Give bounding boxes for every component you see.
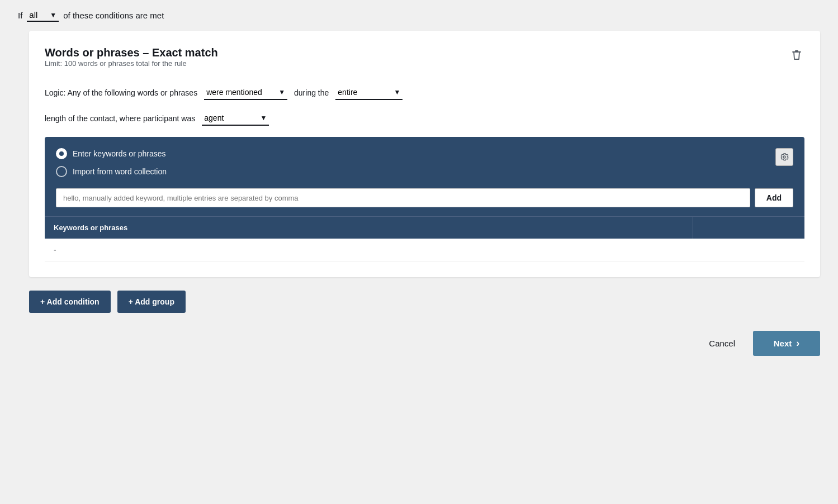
- keywords-section: Enter keywords or phrases Import from wo…: [45, 137, 804, 261]
- entire-dropdown[interactable]: entire first last: [338, 88, 390, 97]
- card-title-section: Words or phrases – Exact match Limit: 10…: [45, 46, 218, 81]
- card-title: Words or phrases – Exact match: [45, 46, 218, 59]
- mentioned-dropdown-wrapper[interactable]: were mentioned were not mentioned ▼: [204, 85, 287, 100]
- radio-group: Enter keywords or phrases Import from wo…: [56, 148, 793, 177]
- radio-circle-import: [56, 166, 67, 177]
- table-cell-value: -: [54, 245, 684, 254]
- logic-prefix-label: Logic: Any of the following words or phr…: [45, 88, 197, 97]
- entire-dropdown-arrow: ▼: [394, 88, 400, 96]
- next-icon: ›: [796, 337, 799, 349]
- top-bar: If all any ▼ of these conditions are met: [0, 0, 838, 31]
- table-header: Keywords or phrases: [45, 216, 804, 239]
- conditions-label: of these conditions are met: [63, 11, 164, 20]
- add-condition-button[interactable]: + Add condition: [29, 291, 111, 313]
- next-button[interactable]: Next ›: [753, 331, 820, 356]
- condition-card: Words or phrases – Exact match Limit: 10…: [29, 31, 820, 277]
- mentioned-dropdown-arrow: ▼: [278, 88, 285, 96]
- cancel-button[interactable]: Cancel: [700, 333, 744, 354]
- main-content: Words or phrases – Exact match Limit: 10…: [0, 31, 838, 313]
- add-button[interactable]: Add: [755, 188, 793, 207]
- all-dropdown-wrapper[interactable]: all any ▼: [27, 9, 59, 22]
- participant-label: length of the contact, where participant…: [45, 114, 195, 123]
- table-row: -: [45, 239, 804, 261]
- all-dropdown[interactable]: all any: [29, 10, 45, 20]
- table-body: -: [45, 239, 804, 261]
- table-header-keywords: Keywords or phrases: [45, 217, 693, 239]
- keywords-input[interactable]: [56, 188, 750, 207]
- during-label: during the: [294, 88, 329, 97]
- gear-button[interactable]: [775, 148, 793, 166]
- radio-item-keywords[interactable]: Enter keywords or phrases: [56, 148, 793, 159]
- table-header-actions: [693, 217, 804, 239]
- add-group-button[interactable]: + Add group: [117, 291, 186, 313]
- next-label: Next: [774, 339, 792, 348]
- agent-dropdown-wrapper[interactable]: agent customer both ▼: [202, 111, 269, 126]
- all-dropdown-arrow: ▼: [50, 11, 56, 19]
- agent-dropdown[interactable]: agent customer both: [204, 113, 257, 122]
- agent-dropdown-arrow: ▼: [260, 114, 267, 122]
- entire-dropdown-wrapper[interactable]: entire first last ▼: [335, 85, 403, 100]
- logic-row: Logic: Any of the following words or phr…: [45, 85, 804, 100]
- radio-item-import[interactable]: Import from word collection: [56, 166, 793, 177]
- delete-button[interactable]: [789, 46, 804, 66]
- card-subtitle: Limit: 100 words or phrases total for th…: [45, 59, 218, 68]
- footer-buttons: Cancel Next ›: [0, 313, 838, 367]
- table-cell-actions: [684, 245, 796, 254]
- card-header: Words or phrases – Exact match Limit: 10…: [45, 46, 804, 81]
- if-label: If: [18, 11, 22, 20]
- mentioned-dropdown[interactable]: were mentioned were not mentioned: [206, 88, 275, 97]
- radio-circle-keywords: [56, 148, 67, 159]
- radio-label-import: Import from word collection: [73, 167, 167, 176]
- bottom-actions: + Add condition + Add group: [29, 277, 820, 313]
- participant-row: length of the contact, where participant…: [45, 111, 804, 126]
- keywords-input-row: Add: [56, 188, 793, 216]
- radio-label-keywords: Enter keywords or phrases: [73, 149, 166, 158]
- keywords-table: Keywords or phrases -: [45, 216, 804, 261]
